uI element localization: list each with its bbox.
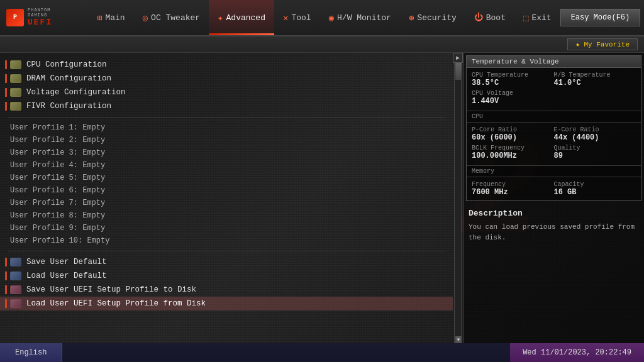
capacity-item: Capacity 16 GB xyxy=(554,180,636,198)
status-bar: English Wed 11/01/2023, 20:22:49 xyxy=(0,343,644,362)
folder-icon-2 xyxy=(10,74,21,83)
tab-main[interactable]: ⊞ Main xyxy=(88,0,134,35)
dram-config-item[interactable]: DRAM Configuration xyxy=(0,72,453,85)
divider-1 xyxy=(8,117,445,118)
profile-6[interactable]: User Profile 6: Empty xyxy=(0,184,453,197)
folder-icon xyxy=(10,60,21,69)
hw-icon: ◉ xyxy=(329,13,334,23)
load-uefi-label: Load User UEFI Setup Profile from Disk xyxy=(26,299,206,308)
cpu-voltage-label: CPU Voltage xyxy=(472,90,636,97)
freq-item: Frequency 7600 MHz xyxy=(472,180,554,198)
quality-item: Quality 89 xyxy=(554,143,636,162)
profile-3[interactable]: User Profile 3: Empty xyxy=(0,146,453,159)
load-default-item[interactable]: Load User Default xyxy=(0,269,453,283)
tab-exit[interactable]: ⬚ Exit xyxy=(514,0,560,35)
nav-tabs: ⊞ Main ◎ OC Tweaker ✦ Advanced ✕ Tool ◉ … xyxy=(88,0,560,35)
tab-tool[interactable]: ✕ Tool xyxy=(274,0,320,35)
tab-security-label: Security xyxy=(417,13,456,23)
cpu-voltage-value: 1.440V xyxy=(472,97,636,106)
tab-boot[interactable]: ⏻ Boot xyxy=(465,0,514,35)
main-icon: ⊞ xyxy=(97,13,102,23)
load-icon xyxy=(10,272,21,280)
folder-icon-4 xyxy=(10,102,21,111)
load-uefi-item[interactable]: Load User UEFI Setup Profile from Disk xyxy=(0,297,453,310)
save-default-item[interactable]: Save User Default xyxy=(0,255,453,269)
memory-section-header: Memory xyxy=(467,165,641,177)
bclk-item: BCLK Frequency 100.000MHz xyxy=(472,143,554,162)
mb-temp-item: M/B Temperature 41.0°C xyxy=(554,70,636,89)
e-core-item: E-Core Ratio 44x (4400) xyxy=(554,125,636,143)
temp-grid: CPU Temperature 38.5°C M/B Temperature 4… xyxy=(467,68,641,109)
profile-5[interactable]: User Profile 5: Empty xyxy=(0,172,453,184)
cpu-config-item[interactable]: CPU Configuration xyxy=(0,58,453,72)
description-section: Description You can load previous saved … xyxy=(464,204,644,343)
save-uefi-item[interactable]: Save User UEFI Setup Profile to Disk xyxy=(0,283,453,297)
temp-voltage-header: Temperature & Voltage xyxy=(467,56,641,68)
capacity-label: Capacity xyxy=(554,181,636,188)
tab-boot-label: Boot xyxy=(486,13,506,23)
profiles-section: User Profile 1: Empty User Profile 2: Em… xyxy=(0,121,453,247)
temp-voltage-section: Temperature & Voltage CPU Temperature 38… xyxy=(466,55,641,201)
description-title: Description xyxy=(469,209,639,218)
logo-uefi: UEFI xyxy=(28,18,52,27)
easy-mode-button[interactable]: Easy Mode(F6) xyxy=(560,9,641,26)
fivr-config-label: FIVR Configuration xyxy=(26,102,111,111)
tab-oc-label: OC Tweaker xyxy=(151,13,200,23)
language-selector[interactable]: English xyxy=(0,343,62,362)
cpu-config-label: CPU Configuration xyxy=(26,60,107,69)
right-panel: ▶ Temperature & Voltage CPU Temperature … xyxy=(463,53,644,343)
header: P PHANTOM GAMING UEFI ⊞ Main ◎ OC Tweake… xyxy=(0,0,644,36)
quality-value: 89 xyxy=(554,151,636,160)
tab-exit-label: Exit xyxy=(531,13,551,23)
my-favorite-button[interactable]: ★ My Favorite xyxy=(567,38,638,50)
left-panel: CPU Configuration DRAM Configuration Vol… xyxy=(0,53,453,343)
profile-9[interactable]: User Profile 9: Empty xyxy=(0,222,453,234)
capacity-value: 16 GB xyxy=(554,188,636,197)
bclk-value: 100.000MHz xyxy=(472,151,554,160)
expand-button[interactable]: ▶ xyxy=(453,53,463,63)
cpu-voltage-item: CPU Voltage 1.440V xyxy=(472,89,636,107)
status-left: English xyxy=(0,343,510,362)
mb-temp-value: 41.0°C xyxy=(554,79,636,87)
tab-hw-monitor[interactable]: ◉ H/W Monitor xyxy=(320,0,400,35)
actions-section: Save User Default Load User Default Save… xyxy=(0,255,453,310)
logo-text: PHANTOM GAMING UEFI xyxy=(28,8,52,27)
disk-save-icon xyxy=(10,285,21,294)
scroll-area: ▲ ▼ xyxy=(453,53,463,343)
scroll-down-arrow[interactable]: ▼ xyxy=(455,336,462,343)
p-core-item: P-Core Ratio 60x (6000) xyxy=(472,125,554,143)
tab-advanced[interactable]: ✦ Advanced xyxy=(209,0,274,35)
profile-4[interactable]: User Profile 4: Empty xyxy=(0,159,453,172)
memory-grid: Frequency 7600 MHz Capacity 16 GB xyxy=(467,177,641,200)
tab-main-label: Main xyxy=(105,13,125,23)
advanced-icon: ✦ xyxy=(218,13,223,23)
e-core-value: 44x (4400) xyxy=(554,133,636,142)
divider-2 xyxy=(8,251,445,251)
disk-load-icon xyxy=(10,299,21,308)
exit-icon: ⬚ xyxy=(523,13,528,23)
save-uefi-label: Save User UEFI Setup Profile to Disk xyxy=(26,285,196,294)
scroll-track[interactable]: ▲ ▼ xyxy=(454,53,462,343)
tab-advanced-label: Advanced xyxy=(226,13,265,23)
e-core-label: E-Core Ratio xyxy=(554,126,636,133)
profile-1[interactable]: User Profile 1: Empty xyxy=(0,121,453,134)
profile-10[interactable]: User Profile 10: Empty xyxy=(0,234,453,247)
voltage-config-item[interactable]: Voltage Configuration xyxy=(0,85,453,99)
tab-oc-tweaker[interactable]: ◎ OC Tweaker xyxy=(134,0,209,35)
scroll-thumb[interactable] xyxy=(455,61,462,80)
p-core-value: 60x (6000) xyxy=(472,133,554,142)
profile-2[interactable]: User Profile 2: Empty xyxy=(0,134,453,146)
freq-label: Frequency xyxy=(472,181,554,188)
dram-config-label: DRAM Configuration xyxy=(26,74,111,83)
profile-8[interactable]: User Profile 8: Empty xyxy=(0,209,453,222)
profile-7[interactable]: User Profile 7: Empty xyxy=(0,197,453,209)
folder-icon-3 xyxy=(10,88,21,97)
tab-security[interactable]: ⊛ Security xyxy=(400,0,465,35)
mb-temp-label: M/B Temperature xyxy=(554,72,636,79)
fivr-config-item[interactable]: FIVR Configuration xyxy=(0,99,453,113)
voltage-config-label: Voltage Configuration xyxy=(26,88,126,97)
freq-value: 7600 MHz xyxy=(472,188,554,197)
favorites-bar: ★ My Favorite xyxy=(0,36,644,53)
bclk-label: BCLK Frequency xyxy=(472,145,554,151)
logo-area: P PHANTOM GAMING UEFI xyxy=(0,8,88,27)
